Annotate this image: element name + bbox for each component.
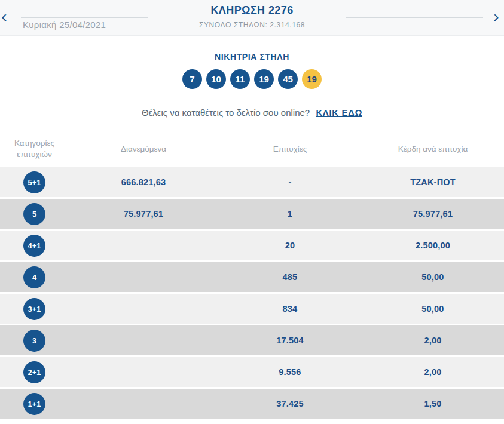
winning-number-ball: 11 bbox=[230, 69, 250, 89]
wins-value: 1 bbox=[218, 209, 362, 219]
prize-value: 2,00 bbox=[362, 336, 504, 345]
prizes-table-header: Κατηγορίες επιτυχιών Διανεμόμενα Επιτυχί… bbox=[0, 137, 504, 167]
wins-value: - bbox=[218, 177, 362, 187]
joker-number-ball: 19 bbox=[302, 69, 322, 89]
next-draw-arrow-icon[interactable]: › bbox=[488, 7, 504, 26]
winning-numbers: 7 10 11 19 45 19 bbox=[0, 69, 504, 89]
prizes-table: Κατηγορίες επιτυχιών Διανεμόμενα Επιτυχί… bbox=[0, 137, 504, 419]
distributed-value: 666.821,63 bbox=[69, 177, 218, 187]
wins-value: 17.504 bbox=[218, 336, 362, 345]
draw-title-block: ΚΛΗΡΩΣΗ 2276 ΣΥΝΟΛΟ ΣΤΗΛΩΝ: 2.314.168 bbox=[0, 4, 504, 29]
category-badge: 3+1 bbox=[23, 298, 45, 320]
col-header-wins: Επιτυχίες bbox=[218, 143, 362, 155]
prize-value: 2.500,00 bbox=[362, 241, 504, 250]
prize-value: ΤΖΑΚ-ΠΟΤ bbox=[362, 177, 504, 187]
table-row: 1+1 37.425 1,50 bbox=[0, 389, 504, 419]
winning-number-ball: 19 bbox=[254, 69, 274, 89]
draw-title: ΚΛΗΡΩΣΗ 2276 bbox=[0, 4, 504, 17]
total-columns-label: ΣΥΝΟΛΟ ΣΤΗΛΩΝ: 2.314.168 bbox=[0, 21, 504, 29]
winning-number-ball: 7 bbox=[182, 69, 202, 89]
table-row: 3+1 834 50,00 bbox=[0, 294, 504, 324]
online-cta: Θέλεις να καταθέτεις το δελτίο σου onlin… bbox=[0, 107, 504, 118]
header-divider-right bbox=[346, 17, 483, 18]
prize-value: 1,50 bbox=[362, 399, 504, 408]
prize-value: 75.977,61 bbox=[362, 209, 504, 219]
table-row: 4+1 20 2.500,00 bbox=[0, 231, 504, 260]
wins-value: 834 bbox=[218, 304, 362, 314]
click-here-link[interactable]: ΚΛΙΚ ΕΔΩ bbox=[316, 107, 362, 118]
category-badge: 1+1 bbox=[23, 393, 45, 415]
cta-question: Θέλεις να καταθέτεις το δελτίο σου onlin… bbox=[142, 107, 310, 118]
wins-value: 485 bbox=[218, 272, 362, 282]
table-row: 5 75.977,61 1 75.977,61 bbox=[0, 199, 504, 229]
prize-value: 50,00 bbox=[362, 272, 504, 282]
table-row: 3 17.504 2,00 bbox=[0, 325, 504, 355]
category-badge: 3 bbox=[23, 330, 45, 352]
col-header-categories: Κατηγορίες επιτυχιών bbox=[0, 137, 69, 160]
table-row: 2+1 9.556 2,00 bbox=[0, 357, 504, 387]
category-badge: 5+1 bbox=[23, 171, 45, 193]
prize-value: 50,00 bbox=[362, 304, 504, 314]
wins-value: 20 bbox=[218, 241, 362, 250]
category-badge: 5 bbox=[23, 203, 45, 225]
category-badge: 4+1 bbox=[23, 235, 45, 257]
category-badge: 2+1 bbox=[23, 361, 45, 383]
wins-value: 9.556 bbox=[218, 367, 362, 377]
category-badge: 4 bbox=[23, 266, 45, 288]
distributed-value: 75.977,61 bbox=[69, 209, 218, 219]
col-header-distributed: Διανεμόμενα bbox=[69, 143, 218, 155]
col-header-prize: Κέρδη ανά επιτυχία bbox=[362, 143, 504, 155]
winning-number-ball: 45 bbox=[278, 69, 298, 89]
wins-value: 37.425 bbox=[218, 399, 362, 408]
draw-header: ‹ Κυριακή 25/04/2021 ΚΛΗΡΩΣΗ 2276 ΣΥΝΟΛΟ… bbox=[0, 0, 504, 36]
table-row: 5+1 666.821,63 - ΤΖΑΚ-ΠΟΤ bbox=[0, 167, 504, 197]
prize-value: 2,00 bbox=[362, 367, 504, 377]
winning-column-title: ΝΙΚΗΤΡΙΑ ΣΤΗΛΗ bbox=[0, 52, 504, 62]
winning-number-ball: 10 bbox=[206, 69, 226, 89]
table-row: 4 485 50,00 bbox=[0, 262, 504, 292]
